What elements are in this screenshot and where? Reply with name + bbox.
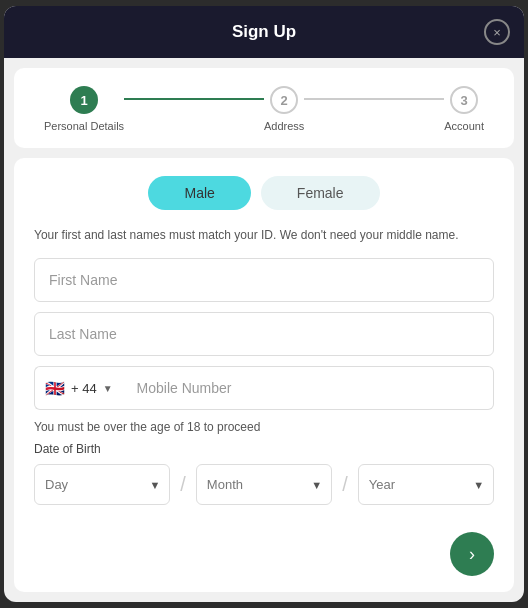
- step-line-1: [124, 98, 264, 100]
- form-area: Male Female Your first and last names mu…: [14, 158, 514, 592]
- close-button[interactable]: ×: [484, 19, 510, 45]
- step-1-label: Personal Details: [44, 120, 124, 132]
- mobile-number-input[interactable]: [123, 366, 494, 410]
- month-wrapper: Month ▼: [196, 464, 332, 505]
- dob-label: Date of Birth: [34, 442, 494, 456]
- next-icon: ›: [469, 544, 475, 565]
- last-name-input[interactable]: [34, 312, 494, 356]
- modal-header: Sign Up ×: [4, 6, 524, 58]
- next-button[interactable]: ›: [450, 532, 494, 576]
- step-3-label: Account: [444, 120, 484, 132]
- phone-code-value: + 44: [71, 381, 97, 396]
- step-2-label: Address: [264, 120, 304, 132]
- dob-row: Day ▼ / Month ▼ / Year ▼: [34, 464, 494, 505]
- step-3: 3 Account: [444, 86, 484, 132]
- dob-slash-2: /: [340, 473, 350, 496]
- female-button[interactable]: Female: [261, 176, 380, 210]
- stepper-container: 1 Personal Details 2 Address 3 Account: [14, 68, 514, 148]
- phone-row: 🇬🇧 + 44 ▼: [34, 366, 494, 410]
- signup-modal: Sign Up × 1 Personal Details 2 Address: [4, 6, 524, 602]
- step-line-2: [304, 98, 444, 100]
- name-info-text: Your first and last names must match you…: [34, 226, 494, 244]
- step-3-circle: 3: [450, 86, 478, 114]
- modal-title: Sign Up: [232, 22, 296, 41]
- phone-code-chevron: ▼: [103, 383, 113, 394]
- first-name-input[interactable]: [34, 258, 494, 302]
- year-select[interactable]: Year: [358, 464, 494, 505]
- age-requirement-text: You must be over the age of 18 to procee…: [34, 420, 494, 434]
- close-icon: ×: [493, 26, 501, 39]
- year-wrapper: Year ▼: [358, 464, 494, 505]
- stepper: 1 Personal Details 2 Address 3 Account: [44, 86, 484, 132]
- male-button[interactable]: Male: [148, 176, 250, 210]
- phone-code-selector[interactable]: 🇬🇧 + 44 ▼: [34, 366, 123, 410]
- step-2-circle: 2: [270, 86, 298, 114]
- step-1-circle: 1: [70, 86, 98, 114]
- step-1: 1 Personal Details: [44, 86, 124, 132]
- flag-icon: 🇬🇧: [45, 379, 65, 398]
- gender-toggle: Male Female: [34, 176, 494, 210]
- dob-slash-1: /: [178, 473, 188, 496]
- step-2: 2 Address: [264, 86, 304, 132]
- day-wrapper: Day ▼: [34, 464, 170, 505]
- day-select[interactable]: Day: [34, 464, 170, 505]
- month-select[interactable]: Month: [196, 464, 332, 505]
